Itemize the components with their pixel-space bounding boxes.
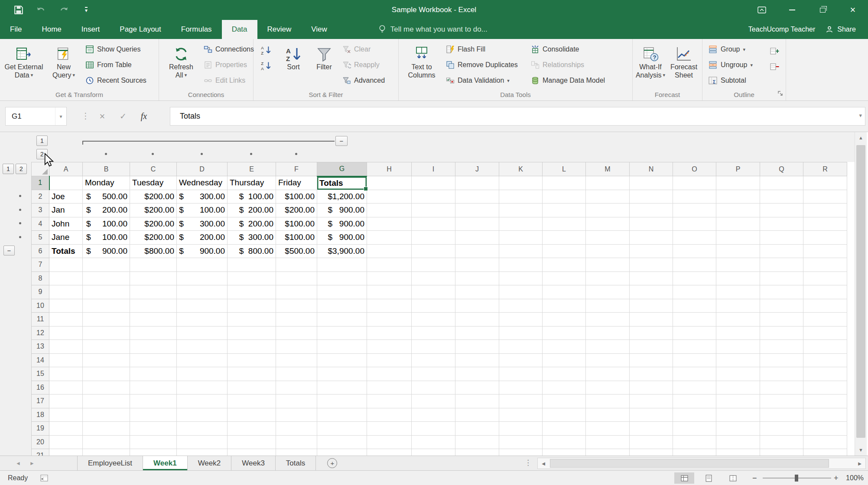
cell-J20[interactable]: [455, 435, 499, 449]
cell-M17[interactable]: [586, 394, 630, 408]
cell-N15[interactable]: [630, 367, 673, 381]
cell-Q16[interactable]: [760, 381, 803, 394]
cell-J5[interactable]: [455, 231, 499, 245]
cell-D13[interactable]: [177, 340, 228, 354]
cell-H21[interactable]: [367, 449, 412, 456]
cell-E6[interactable]: $ 800.00: [228, 244, 276, 258]
cell-D21[interactable]: [177, 449, 228, 456]
cell-R18[interactable]: [803, 408, 847, 422]
cell-J3[interactable]: [455, 204, 499, 217]
cell-K10[interactable]: [499, 299, 543, 313]
cell-N2[interactable]: [630, 190, 673, 204]
cell-E9[interactable]: [228, 285, 276, 299]
cell-J2[interactable]: [455, 190, 499, 204]
cell-E10[interactable]: [228, 299, 276, 313]
cell-F16[interactable]: [276, 381, 317, 394]
cell-A13[interactable]: [49, 340, 83, 354]
restore-button[interactable]: [807, 0, 838, 20]
column-header-R[interactable]: R: [803, 162, 847, 176]
cell-C20[interactable]: [130, 435, 177, 449]
cell-Q19[interactable]: [760, 422, 803, 436]
formula-cancel-button[interactable]: ×: [93, 107, 112, 126]
row-collapse-button[interactable]: −: [3, 246, 15, 255]
cell-L11[interactable]: [543, 313, 586, 327]
cell-O10[interactable]: [673, 299, 716, 313]
cell-A19[interactable]: [49, 422, 83, 436]
cell-H15[interactable]: [367, 367, 412, 381]
cell-I8[interactable]: [412, 272, 455, 285]
cell-C17[interactable]: [130, 394, 177, 408]
row-header-20[interactable]: 20: [32, 435, 49, 449]
column-header-C[interactable]: C: [130, 162, 177, 176]
cell-O17[interactable]: [673, 394, 716, 408]
cell-I12[interactable]: [412, 326, 455, 340]
cell-K21[interactable]: [499, 449, 543, 456]
formula-input[interactable]: Totals: [170, 107, 865, 126]
column-header-P[interactable]: P: [716, 162, 760, 176]
row-header-6[interactable]: 6: [32, 244, 49, 258]
cell-G12[interactable]: [317, 326, 367, 340]
formula-enter-button[interactable]: ✓: [114, 107, 133, 126]
row-header-15[interactable]: 15: [32, 367, 49, 381]
scroll-left-button[interactable]: ◀: [538, 458, 549, 469]
subtotal-button[interactable]: Σ Subtotal: [706, 74, 748, 87]
cell-J11[interactable]: [455, 313, 499, 327]
cell-G21[interactable]: [317, 449, 367, 456]
cell-R14[interactable]: [803, 353, 847, 367]
cell-Q2[interactable]: [760, 190, 803, 204]
cell-E5[interactable]: $ 300.00: [228, 231, 276, 245]
close-button[interactable]: ×: [838, 0, 868, 20]
cell-C14[interactable]: [130, 353, 177, 367]
sort-button[interactable]: AZ Sort: [280, 41, 307, 95]
cell-O12[interactable]: [673, 326, 716, 340]
cell-I11[interactable]: [412, 313, 455, 327]
cell-D11[interactable]: [177, 313, 228, 327]
cell-F17[interactable]: [276, 394, 317, 408]
cell-L7[interactable]: [543, 258, 586, 272]
cell-J15[interactable]: [455, 367, 499, 381]
cell-A10[interactable]: [49, 299, 83, 313]
cell-P6[interactable]: [716, 244, 760, 258]
cell-I14[interactable]: [412, 353, 455, 367]
cell-H7[interactable]: [367, 258, 412, 272]
cell-A8[interactable]: [49, 272, 83, 285]
cell-L1[interactable]: [543, 176, 586, 190]
cell-I13[interactable]: [412, 340, 455, 354]
hide-detail-button[interactable]: [767, 60, 781, 74]
cell-A15[interactable]: [49, 367, 83, 381]
cell-B21[interactable]: [83, 449, 130, 456]
column-header-D[interactable]: D: [177, 162, 228, 176]
cell-P10[interactable]: [716, 299, 760, 313]
cell-M4[interactable]: [586, 217, 630, 231]
cell-E21[interactable]: [228, 449, 276, 456]
cell-A11[interactable]: [49, 313, 83, 327]
cell-P19[interactable]: [716, 422, 760, 436]
cell-I5[interactable]: [412, 231, 455, 245]
column-header-Q[interactable]: Q: [760, 162, 803, 176]
cell-O21[interactable]: [673, 449, 716, 456]
cell-G9[interactable]: [317, 285, 367, 299]
cell-Q10[interactable]: [760, 299, 803, 313]
cell-K18[interactable]: [499, 408, 543, 422]
cell-L4[interactable]: [543, 217, 586, 231]
cell-C1[interactable]: Tuesday: [130, 176, 177, 190]
cell-F12[interactable]: [276, 326, 317, 340]
cell-P13[interactable]: [716, 340, 760, 354]
cell-N17[interactable]: [630, 394, 673, 408]
cell-F19[interactable]: [276, 422, 317, 436]
from-table-button[interactable]: From Table: [83, 58, 134, 72]
cell-F4[interactable]: $100.00: [276, 217, 317, 231]
cell-R12[interactable]: [803, 326, 847, 340]
cell-F14[interactable]: [276, 353, 317, 367]
cell-B10[interactable]: [83, 299, 130, 313]
cell-M2[interactable]: [586, 190, 630, 204]
cell-R6[interactable]: [803, 244, 847, 258]
cell-P8[interactable]: [716, 272, 760, 285]
tab-page-layout[interactable]: Page Layout: [110, 20, 171, 39]
cell-N1[interactable]: [630, 176, 673, 190]
row-header-5[interactable]: 5: [32, 231, 49, 245]
column-outline-level-1-button[interactable]: 1: [36, 136, 48, 146]
cell-P12[interactable]: [716, 326, 760, 340]
cell-J9[interactable]: [455, 285, 499, 299]
zoom-percentage[interactable]: 100%: [846, 471, 864, 485]
